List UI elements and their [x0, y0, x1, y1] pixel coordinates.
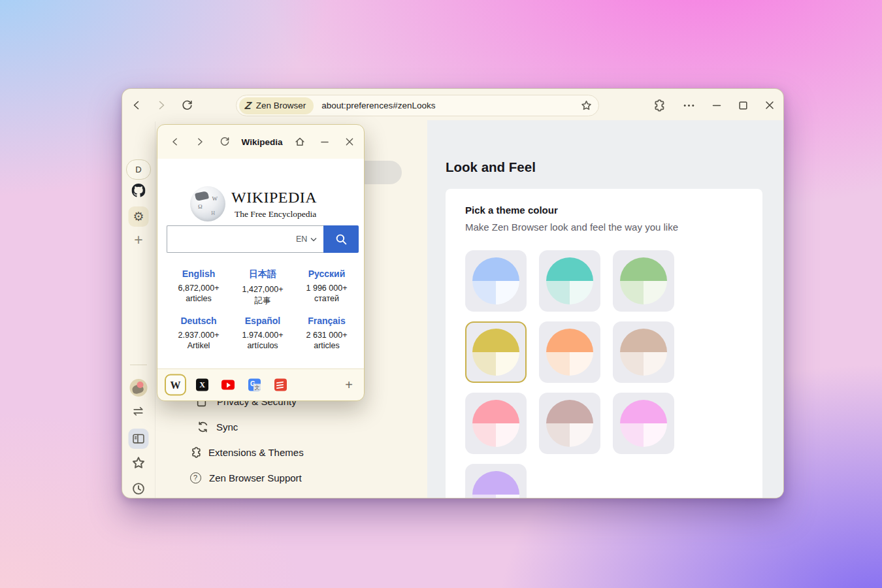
wiki-language-link[interactable]: Русский — [295, 269, 359, 279]
sidebar-divider — [130, 365, 147, 365]
browser-toolbar: Z Zen Browser about:preferences#zenLooks — [122, 89, 783, 122]
wiki-languages: English6,872,000+articles日本語1,427,000+記事… — [167, 269, 359, 350]
theme-swatch-teal[interactable] — [539, 250, 600, 312]
profile-avatar[interactable] — [130, 379, 148, 397]
mini-minimize-button[interactable] — [321, 138, 329, 146]
mini-reload-button[interactable] — [220, 137, 231, 148]
wiki-language-link[interactable]: Français — [295, 316, 359, 326]
site-identity-badge[interactable]: Z Zen Browser — [239, 97, 314, 114]
menu-dots-icon[interactable] — [683, 104, 694, 107]
card-title: Pick a theme colour — [465, 204, 558, 216]
theme-swatch-pink[interactable] — [465, 393, 527, 454]
theme-swatch-orange[interactable] — [539, 321, 600, 383]
settings-nav-item-sync[interactable]: Sync — [197, 421, 238, 433]
theme-swatch-green[interactable] — [613, 250, 674, 312]
wiki-language-count: 1 996 000+ — [295, 284, 359, 293]
forward-button[interactable] — [156, 100, 167, 110]
wikipedia-search-button[interactable] — [323, 225, 359, 253]
wiki-language-unit: статей — [295, 294, 359, 303]
bookmarks-star-icon[interactable] — [132, 456, 146, 470]
wikipedia-mini-window[interactable]: Wikipedia WΩH WIKIPEDIA The Free Encyclo… — [157, 124, 365, 401]
theme-circle-yellow — [472, 329, 519, 376]
url-text: about:preferences#zenLooks — [321, 101, 581, 110]
bookmark-star-icon[interactable] — [581, 100, 592, 111]
wiki-language-link[interactable]: English — [167, 269, 231, 279]
tab-settings-active[interactable]: ⚙ — [129, 206, 149, 227]
puzzle-icon — [190, 446, 202, 458]
theme-swatch-blue[interactable] — [465, 250, 527, 312]
wikipedia-search-input[interactable] — [167, 226, 296, 252]
zen-logo-icon: Z — [244, 101, 252, 111]
mini-back-button[interactable] — [171, 137, 180, 146]
page-title: Look and Feel — [446, 159, 536, 175]
sync-icon — [197, 421, 208, 433]
wiki-language-item: Español1.974.000+artículos — [231, 316, 295, 350]
wikipedia-w-icon: W — [171, 379, 181, 391]
look-and-feel-card: Pick a theme colour Make Zen Browser loo… — [446, 189, 762, 498]
settings-nav-item-extensions-themes[interactable]: Extensions & Themes — [190, 446, 304, 458]
wiki-language-count: 1,427,000+ — [231, 285, 295, 294]
wiki-language-item: Русский1 996 000+статей — [295, 269, 359, 306]
theme-swatch-mauve[interactable] — [539, 393, 600, 454]
wiki-language-unit: artículos — [231, 341, 295, 350]
history-clock-icon[interactable] — [132, 482, 145, 495]
extensions-icon[interactable] — [653, 99, 666, 112]
new-tab-button[interactable]: + — [134, 231, 142, 249]
essentials-bar: W X G 文 + — [157, 368, 364, 400]
essential-youtube-icon[interactable] — [221, 380, 235, 390]
essential-x-icon[interactable]: X — [196, 379, 208, 391]
site-badge-label: Zen Browser — [256, 101, 306, 110]
theme-circle-orange — [546, 329, 593, 376]
wikipedia-globe-logo: WΩH — [190, 186, 225, 221]
close-button[interactable] — [765, 101, 774, 110]
minimize-button[interactable] — [712, 101, 721, 110]
theme-circle-magenta — [620, 400, 667, 447]
mini-close-button[interactable] — [346, 138, 354, 146]
wiki-language-link[interactable]: Deutsch — [167, 316, 231, 326]
theme-circle-purple — [472, 471, 519, 498]
essential-google-translate-icon[interactable]: G 文 — [248, 379, 261, 391]
reload-button[interactable] — [181, 99, 193, 112]
wiki-language-count: 2.937.000+ — [167, 331, 231, 340]
essential-todoist-icon[interactable] — [274, 379, 287, 391]
theme-circle-mauve — [546, 400, 593, 447]
workspace-pill[interactable]: D — [126, 159, 151, 180]
wikipedia-search-box: EN — [167, 225, 323, 253]
wiki-language-unit: 記事 — [231, 295, 295, 306]
language-dropdown[interactable]: EN — [296, 235, 323, 244]
mini-forward-button[interactable] — [195, 137, 204, 146]
maximize-button[interactable] — [739, 101, 747, 110]
wiki-language-count: 6,872,000+ — [167, 284, 231, 293]
tab-github-icon[interactable] — [132, 184, 146, 197]
theme-circle-green — [620, 257, 667, 304]
theme-circle-teal — [546, 257, 593, 304]
theme-swatch-tan[interactable] — [613, 321, 674, 383]
settings-content: Look and Feel Pick a theme colour Make Z… — [427, 120, 783, 498]
theme-swatch-purple[interactable] — [465, 464, 527, 498]
search-icon — [335, 233, 348, 246]
mini-home-button[interactable] — [295, 137, 306, 148]
back-button[interactable] — [131, 100, 142, 110]
chevron-down-icon — [310, 237, 317, 242]
wiki-language-item: Deutsch2.937.000+Artikel — [167, 316, 231, 350]
essentials-add-button[interactable]: + — [342, 378, 355, 391]
wiki-language-item: Français2 631 000+articles — [295, 316, 359, 350]
settings-nav-label: Extensions & Themes — [208, 447, 304, 458]
workspace-switch-icon[interactable] — [133, 406, 145, 416]
sidebar-toggle-active[interactable] — [129, 429, 149, 449]
avatar-dot — [137, 382, 144, 388]
theme-swatch-yellow[interactable] — [465, 321, 527, 383]
wiki-language-link[interactable]: Español — [231, 316, 295, 326]
essential-wikipedia-active[interactable]: W — [165, 374, 186, 396]
theme-circle-blue — [472, 257, 519, 304]
mini-window-header[interactable]: Wikipedia — [157, 125, 364, 159]
theme-swatch-magenta[interactable] — [613, 393, 674, 454]
wikipedia-wordmark: WIKIPEDIA — [231, 189, 317, 206]
theme-grid — [465, 250, 674, 498]
settings-nav-item-zen-browser-support[interactable]: ?Zen Browser Support — [189, 472, 302, 483]
wiki-language-count: 1.974.000+ — [231, 331, 295, 340]
wiki-language-link[interactable]: 日本語 — [231, 269, 295, 280]
settings-nav-label: Zen Browser Support — [209, 472, 302, 483]
language-code: EN — [296, 235, 307, 244]
url-bar[interactable]: Z Zen Browser about:preferences#zenLooks — [236, 95, 599, 116]
